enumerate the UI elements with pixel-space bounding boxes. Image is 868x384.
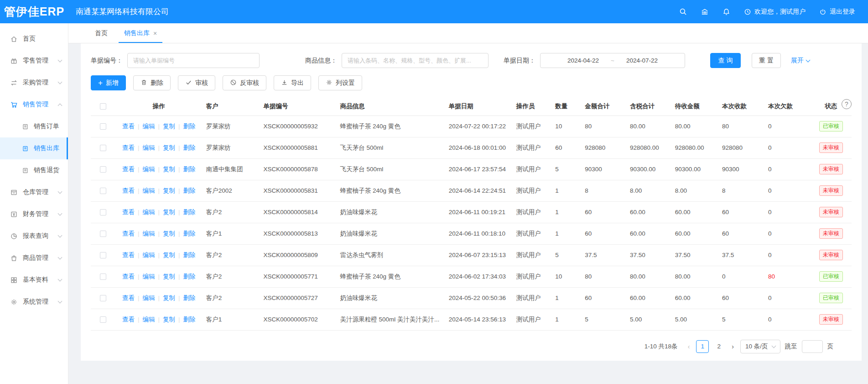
delete-link[interactable]: 删除 [183,294,196,302]
date-range-picker[interactable]: 2024-04-22 ~ 2024-07-22 [540,53,685,68]
cell-goods: 奶油味爆米花 [337,201,445,223]
audit-button[interactable]: 审核 [178,75,215,90]
edit-link[interactable]: 编辑 [143,251,155,259]
delete-link[interactable]: 删除 [183,208,196,216]
delete-link[interactable]: 删除 [183,273,196,281]
help-icon[interactable]: ? [842,99,852,109]
status-badge: 已审核 [819,293,843,303]
row-checkbox[interactable] [100,123,106,130]
copy-link[interactable]: 复制 [163,208,175,216]
logout-button[interactable]: 退出登录 [819,8,855,16]
tab-home[interactable]: 首页 [87,23,116,43]
row-checkbox[interactable] [100,209,106,216]
sidebar-item-goods[interactable]: 商品管理 [0,247,68,269]
bell-icon[interactable] [722,8,730,16]
view-link[interactable]: 查看 [122,165,135,174]
edit-link[interactable]: 编辑 [143,273,155,281]
view-link[interactable]: 查看 [122,251,135,259]
edit-link[interactable]: 编辑 [143,165,155,174]
delete-link[interactable]: 删除 [183,316,196,324]
sidebar-subitem-sales-outbound[interactable]: 销售出库 [0,137,68,159]
sidebar-item-purchase[interactable]: 采购管理 [0,72,68,94]
copy-link[interactable]: 复制 [163,230,175,238]
copy-link[interactable]: 复制 [163,187,175,195]
cell-received: 60 [718,201,764,223]
edit-link[interactable]: 编辑 [143,316,155,324]
view-link[interactable]: 查看 [122,208,135,216]
row-checkbox[interactable] [100,252,106,258]
view-link[interactable]: 查看 [122,144,135,152]
edit-link[interactable]: 编辑 [143,144,155,152]
reset-button[interactable]: 重 置 [752,53,781,68]
copy-link[interactable]: 复制 [163,273,175,281]
delete-link[interactable]: 删除 [183,230,196,238]
cell-operator: 测试用户 [513,158,551,180]
edit-link[interactable]: 编辑 [143,230,155,238]
view-link[interactable]: 查看 [122,187,135,195]
sidebar-item-sales[interactable]: 销售管理 [0,94,68,116]
delete-button[interactable]: 删除 [133,75,171,90]
expand-link[interactable]: 展开 [791,57,810,65]
delete-link[interactable]: 删除 [183,144,196,152]
sidebar-item-system[interactable]: 系统管理 [0,291,68,313]
row-checkbox[interactable] [100,295,106,301]
row-checkbox[interactable] [100,316,106,323]
copy-link[interactable]: 复制 [163,251,175,259]
delete-link[interactable]: 删除 [183,187,196,195]
add-button[interactable]: + 新增 [91,75,126,90]
delete-link[interactable]: 删除 [183,251,196,259]
doc-no-input[interactable] [127,53,260,68]
row-checkbox[interactable] [100,231,106,237]
next-page-icon[interactable]: › [730,343,736,350]
bank-icon[interactable] [701,8,709,16]
select-all-checkbox[interactable] [100,103,106,110]
sidebar-item-report[interactable]: 报表查询 [0,225,68,247]
delete-link[interactable]: 删除 [183,122,196,131]
row-checkbox[interactable] [100,188,106,194]
edit-link[interactable]: 编辑 [143,187,155,195]
copy-link[interactable]: 复制 [163,294,175,302]
copy-link[interactable]: 复制 [163,165,175,174]
view-link[interactable]: 查看 [122,122,135,131]
prev-page-icon[interactable]: ‹ [686,343,692,350]
tab-close-icon[interactable]: × [153,30,157,37]
view-link[interactable]: 查看 [122,294,135,302]
export-button[interactable]: 导出 [274,75,311,90]
sidebar-item-basic[interactable]: 基本资料 [0,269,68,291]
edit-link[interactable]: 编辑 [143,122,155,131]
goods-info-input[interactable] [342,53,489,68]
sidebar-item-finance[interactable]: 财务管理 [0,203,68,225]
sidebar-subitem-sales-return[interactable]: 销售退货 [0,159,68,181]
row-checkbox[interactable] [100,274,106,280]
row-checkbox[interactable] [100,145,106,151]
copy-link[interactable]: 复制 [163,316,175,324]
copy-link[interactable]: 复制 [163,144,175,152]
cell-customer: 南通中集集团 [203,158,260,180]
search-icon[interactable] [679,8,687,16]
view-link[interactable]: 查看 [122,273,135,281]
edit-link[interactable]: 编辑 [143,208,155,216]
view-link[interactable]: 查看 [122,230,135,238]
cell-goods: 奶油味爆米花 [337,287,445,309]
row-checkbox[interactable] [100,166,106,173]
edit-link[interactable]: 编辑 [143,294,155,302]
sidebar-item-retail[interactable]: 零售管理 [0,50,68,72]
copy-link[interactable]: 复制 [163,122,175,131]
cell-operator: 测试用户 [513,180,551,201]
sidebar-item-home[interactable]: 首页 [0,28,68,50]
search-button[interactable]: 查 询 [710,53,741,68]
view-link[interactable]: 查看 [122,316,135,324]
column-settings-button[interactable]: 列设置 [318,75,362,90]
page-number-2[interactable]: 2 [712,340,725,353]
jump-page-input[interactable] [802,340,823,353]
sidebar-item-warehouse[interactable]: 仓库管理 [0,181,68,203]
cell-operator: 测试用户 [513,137,551,158]
unaudit-button[interactable]: 反审核 [223,75,266,90]
welcome-user[interactable]: 欢迎您，测试用户 [744,8,806,16]
page-number-1[interactable]: 1 [696,340,709,353]
page-size-select[interactable]: 10 条/页 [740,340,780,353]
chevron-down-icon [58,58,62,63]
tab-sales-outbound[interactable]: 销售出库 × [116,23,165,43]
sidebar-subitem-sales-order[interactable]: 销售订单 [0,116,68,137]
delete-link[interactable]: 删除 [183,165,196,174]
